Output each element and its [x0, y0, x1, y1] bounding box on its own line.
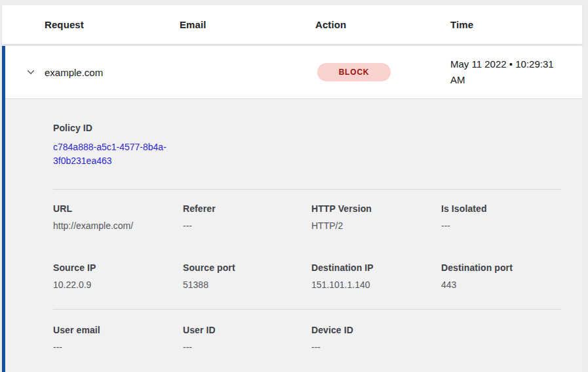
- field-label: Destination port: [441, 262, 561, 273]
- field-label: Device ID: [311, 325, 441, 335]
- detail-field-http-version: HTTP Version HTTP/2: [311, 203, 441, 231]
- field-value: 10.22.0.9: [53, 279, 183, 290]
- detail-field-destination-ip: Destination IP 151.101.1.140: [311, 262, 441, 290]
- field-label: Destination IP: [311, 262, 441, 273]
- policy-id-section: Policy ID c784a888-a5c1-4577-8b4a-3f0b23…: [5, 99, 582, 168]
- expanded-row-group: example.com BLOCK May 11 2022 • 10:29:31…: [2, 46, 582, 372]
- detail-field-is-isolated: Is Isolated ---: [441, 203, 561, 231]
- field-label: URL: [53, 203, 183, 214]
- field-value: 443: [441, 279, 561, 290]
- detail-fields-grid: URL http://example.com/ Referer --- HTTP…: [53, 203, 561, 290]
- field-label: HTTP Version: [311, 203, 441, 214]
- field-value: HTTP/2: [311, 220, 441, 231]
- field-label: User ID: [183, 325, 311, 335]
- field-value: ---: [311, 342, 441, 352]
- field-value: http://example.com/: [53, 220, 183, 231]
- detail-fields-grid-user: User email --- User ID --- Device ID ---: [53, 325, 561, 352]
- table-row[interactable]: example.com BLOCK May 11 2022 • 10:29:31…: [5, 46, 582, 98]
- log-table-card: Request Email Action Time example.com BL…: [2, 5, 582, 372]
- detail-field-user-id: User ID ---: [183, 325, 311, 352]
- request-value: example.com: [45, 67, 103, 78]
- column-header-time: Time: [450, 19, 582, 30]
- field-value: ---: [441, 220, 561, 231]
- field-label: User email: [53, 325, 183, 335]
- detail-field-user-email: User email ---: [53, 325, 183, 352]
- detail-field-referer: Referer ---: [183, 203, 311, 231]
- row-detail-panel: Policy ID c784a888-a5c1-4577-8b4a-3f0b23…: [5, 98, 582, 372]
- field-value: 151.101.1.140: [311, 279, 441, 290]
- policy-id-link[interactable]: c784a888-a5c1-4577-8b4a-3f0b231ea463: [53, 140, 182, 168]
- detail-field-destination-port: Destination port 443: [441, 262, 561, 290]
- section-divider: [53, 309, 561, 310]
- field-value: ---: [183, 220, 311, 231]
- detail-field-device-id: Device ID ---: [311, 325, 441, 352]
- column-header-request: Request: [2, 19, 180, 30]
- field-value: ---: [183, 342, 311, 352]
- field-label: Source port: [183, 262, 311, 273]
- field-value: ---: [53, 342, 183, 352]
- time-cell: May 11 2022 • 10:29:31 AM: [450, 56, 568, 88]
- detail-field-url: URL http://example.com/: [53, 203, 183, 231]
- action-cell: BLOCK: [315, 63, 450, 81]
- field-label: Referer: [183, 203, 311, 214]
- table-header: Request Email Action Time: [2, 5, 582, 44]
- column-header-action: Action: [315, 19, 450, 30]
- block-status-badge: BLOCK: [317, 63, 391, 81]
- field-label: Source IP: [53, 262, 183, 273]
- request-cell: example.com: [5, 67, 180, 78]
- column-header-email: Email: [180, 19, 315, 30]
- chevron-down-icon[interactable]: [26, 67, 36, 77]
- field-value: 51388: [183, 279, 311, 290]
- detail-field-source-port: Source port 51388: [183, 262, 311, 290]
- policy-id-label: Policy ID: [53, 123, 561, 133]
- section-divider: [53, 189, 561, 190]
- detail-field-source-ip: Source IP 10.22.0.9: [53, 262, 183, 290]
- field-label: Is Isolated: [441, 203, 561, 214]
